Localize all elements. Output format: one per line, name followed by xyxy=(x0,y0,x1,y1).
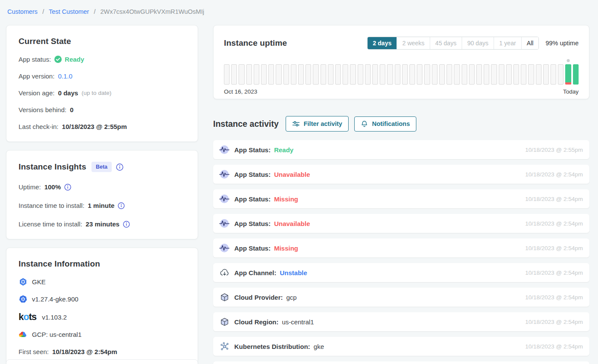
uptime-bar-no-data[interactable] xyxy=(491,64,497,85)
activity-row[interactable]: App Status: Missing 10/18/2023 @ 2:54pm xyxy=(213,189,589,208)
app-version-link[interactable]: 0.1.0 xyxy=(58,72,72,80)
activity-row[interactable]: Kubernetes Distribution: gke 10/18/2023 … xyxy=(213,337,589,356)
uptime-bar-no-data[interactable] xyxy=(268,64,274,85)
uptime-bar-no-data[interactable] xyxy=(462,64,467,85)
activity-row[interactable]: Cloud Region: us-central1 10/18/2023 @ 2… xyxy=(213,312,589,331)
activity-list: App Status: Ready 10/18/2023 @ 2:55pm Ap… xyxy=(213,140,589,364)
kubernetes-version-row: v1.27.4-gke.900 xyxy=(19,295,186,303)
range-all-button[interactable]: All xyxy=(522,37,539,49)
uptime-bar-no-data[interactable] xyxy=(261,64,267,85)
uptime-bar-no-data[interactable] xyxy=(454,64,460,85)
range-90-days-button[interactable]: 90 days xyxy=(462,37,494,49)
uptime-bar-no-data[interactable] xyxy=(409,64,415,85)
range-2-days-button[interactable]: 2 days xyxy=(368,37,397,49)
info-icon[interactable] xyxy=(123,221,130,228)
uptime-bar-no-data[interactable] xyxy=(484,64,489,85)
beta-badge: Beta xyxy=(91,162,112,172)
range-45-days-button[interactable]: 45 days xyxy=(430,37,462,49)
uptime-bar-no-data[interactable] xyxy=(321,64,326,85)
uptime-bar-up[interactable] xyxy=(573,64,579,85)
breadcrumb-test-customer-link[interactable]: Test Customer xyxy=(49,8,89,15)
uptime-bar-no-data[interactable] xyxy=(439,64,445,85)
uptime-bar-no-data[interactable] xyxy=(239,64,244,85)
app-status-value: Ready xyxy=(65,56,84,63)
activity-row[interactable]: App Status: Unavailable 10/18/2023 @ 2:5… xyxy=(213,214,589,233)
uptime-bar-no-data[interactable] xyxy=(469,64,475,85)
activity-row[interactable]: App Status: Missing 10/18/2023 @ 2:54pm xyxy=(213,238,589,257)
uptime-bar-no-data[interactable] xyxy=(224,64,230,85)
breadcrumb-separator: / xyxy=(94,8,95,15)
info-icon[interactable] xyxy=(64,184,71,191)
filter-activity-button[interactable]: Filter activity xyxy=(286,116,349,132)
uptime-bar-no-data[interactable] xyxy=(476,64,482,85)
activity-row[interactable]: Cloud Provider: gcp 10/18/2023 @ 2:54pm xyxy=(213,288,589,307)
uptime-bar-no-data[interactable] xyxy=(551,64,556,85)
activity-row[interactable]: App Channel: Unstable 10/18/2023 @ 2:54p… xyxy=(213,263,589,282)
version-age-value: 0 days xyxy=(58,89,78,97)
activity-row-value: Ready xyxy=(274,146,293,154)
instance-insights-title: Instance Insights xyxy=(19,162,86,172)
activity-row[interactable]: App Status: Unavailable 10/18/2023 @ 2:5… xyxy=(213,165,589,184)
uptime-bar-no-data[interactable] xyxy=(335,64,341,85)
uptime-bar-no-data[interactable] xyxy=(291,64,296,85)
info-icon[interactable] xyxy=(116,163,123,171)
uptime-bar-no-data[interactable] xyxy=(402,64,408,85)
uptime-bar-no-data[interactable] xyxy=(558,64,563,85)
uptime-bar-no-data[interactable] xyxy=(536,64,541,85)
uptime-bar-no-data[interactable] xyxy=(513,64,519,85)
activity-row-timestamp: 10/18/2023 @ 2:54pm xyxy=(525,319,583,325)
activity-row-partial xyxy=(213,361,589,364)
uptime-bar-no-data[interactable] xyxy=(246,64,252,85)
uptime-bar-up-with-downtime[interactable] xyxy=(565,64,571,85)
breadcrumb-customers-link[interactable]: Customers xyxy=(7,8,38,15)
instance-information-card: Instance Information GKE v1.27.4-gke.900… xyxy=(6,248,198,364)
app-version-row: App version: 0.1.0 xyxy=(19,72,186,80)
uptime-bar-no-data[interactable] xyxy=(499,64,504,85)
range-2-weeks-button[interactable]: 2 weeks xyxy=(397,37,430,49)
uptime-bar-no-data[interactable] xyxy=(424,64,430,85)
uptime-bar-no-data[interactable] xyxy=(447,64,452,85)
uptime-bar-no-data[interactable] xyxy=(276,64,281,85)
notifications-button[interactable]: Notifications xyxy=(354,116,416,132)
uptime-bar-no-data[interactable] xyxy=(528,64,534,85)
activity-row-label: App Status: xyxy=(234,171,271,178)
pulse-icon xyxy=(218,169,230,180)
uptime-bar-no-data[interactable] xyxy=(432,64,437,85)
uptime-percentage: 99% uptime xyxy=(545,40,579,47)
versions-behind-value: 0 xyxy=(70,106,73,113)
bell-icon xyxy=(361,120,368,128)
kubernetes-version: v1.27.4-gke.900 xyxy=(32,295,79,303)
uptime-bar-no-data[interactable] xyxy=(358,64,363,85)
uptime-bar-no-data[interactable] xyxy=(328,64,334,85)
uptime-bar-no-data[interactable] xyxy=(387,64,393,85)
distribution-row: GKE xyxy=(19,278,186,286)
next-card-partial xyxy=(6,359,198,364)
uptime-bar-no-data[interactable] xyxy=(305,64,311,85)
activity-row-value: Unavailable xyxy=(274,220,310,227)
gke-icon xyxy=(19,278,27,286)
activity-row[interactable]: App Status: Ready 10/18/2023 @ 2:55pm xyxy=(213,140,589,159)
uptime-end-date: Today xyxy=(563,88,579,95)
activity-row-timestamp: 10/18/2023 @ 2:55pm xyxy=(525,147,583,153)
versions-behind-row: Versions behind: 0 xyxy=(19,106,186,113)
uptime-bar-no-data[interactable] xyxy=(395,64,400,85)
uptime-bar-no-data[interactable] xyxy=(417,64,422,85)
uptime-bar-no-data[interactable] xyxy=(343,64,348,85)
uptime-bar-no-data[interactable] xyxy=(298,64,304,85)
range-1-year-button[interactable]: 1 year xyxy=(494,37,522,49)
uptime-bar-chart[interactable] xyxy=(224,64,579,85)
uptime-bar-no-data[interactable] xyxy=(506,64,512,85)
uptime-bar-no-data[interactable] xyxy=(231,64,237,85)
activity-row-label: App Status: xyxy=(234,245,271,252)
uptime-bar-no-data[interactable] xyxy=(365,64,371,85)
uptime-bar-no-data[interactable] xyxy=(543,64,549,85)
uptime-bar-no-data[interactable] xyxy=(372,64,378,85)
uptime-bar-no-data[interactable] xyxy=(313,64,318,85)
info-icon[interactable] xyxy=(118,202,125,209)
uptime-bar-no-data[interactable] xyxy=(350,64,356,85)
uptime-bar-no-data[interactable] xyxy=(380,64,385,85)
uptime-bar-no-data[interactable] xyxy=(254,64,259,85)
uptime-bar-no-data[interactable] xyxy=(283,64,289,85)
versions-behind-label: Versions behind: xyxy=(19,106,66,113)
uptime-bar-no-data[interactable] xyxy=(521,64,526,85)
